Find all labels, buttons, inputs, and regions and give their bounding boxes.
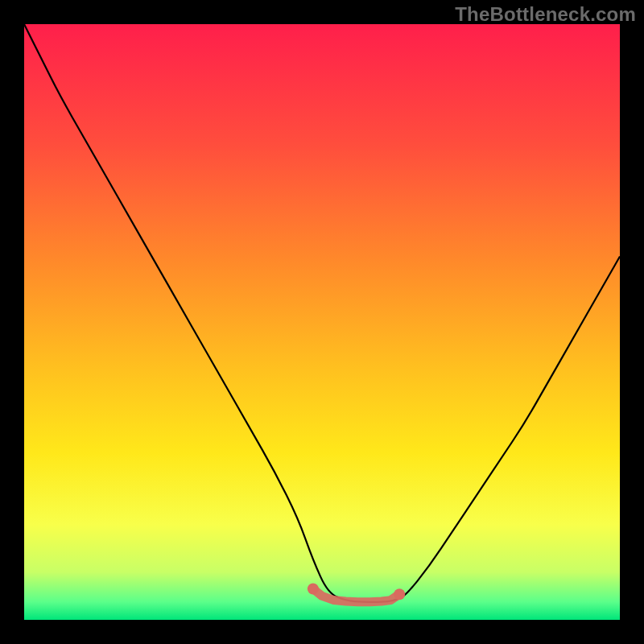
chart-svg [24, 24, 620, 620]
valley-highlight-endpoint [308, 584, 319, 595]
valley-highlight-endpoint [394, 588, 405, 600]
gradient-background [24, 24, 620, 620]
chart-frame: TheBottleneck.com [0, 0, 644, 644]
plot-area [24, 24, 620, 620]
watermark-text: TheBottleneck.com [455, 3, 636, 26]
